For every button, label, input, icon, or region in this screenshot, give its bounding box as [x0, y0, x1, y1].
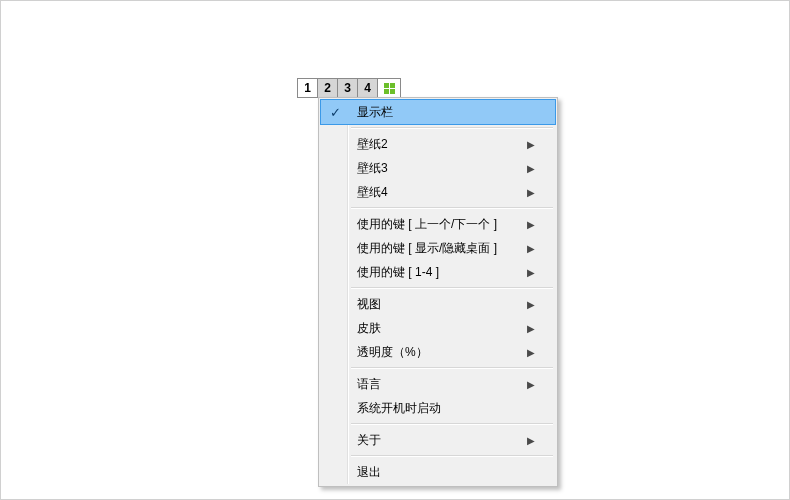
menu-item-label: 使用的键 [ 上一个/下一个 ] — [357, 216, 519, 233]
menu-item-label: 语言 — [357, 376, 519, 393]
menu-item-label: 系统开机时启动 — [357, 400, 535, 417]
menu-item-hotkey-1to4[interactable]: 使用的键 [ 1-4 ] ▶ — [321, 260, 555, 284]
chevron-right-icon: ▶ — [527, 323, 535, 334]
chevron-right-icon: ▶ — [527, 139, 535, 150]
chevron-right-icon: ▶ — [527, 187, 535, 198]
desktop-tab-1[interactable]: 1 — [298, 79, 318, 97]
menu-item-label: 退出 — [357, 464, 535, 481]
grid-icon — [384, 83, 395, 94]
menu-item-startup[interactable]: 系统开机时启动 — [321, 396, 555, 420]
menu-item-language[interactable]: 语言 ▶ — [321, 372, 555, 396]
menu-item-exit[interactable]: 退出 — [321, 460, 555, 484]
menu-item-label: 透明度（%） — [357, 344, 519, 361]
chevron-right-icon: ▶ — [527, 299, 535, 310]
menu-item-label: 视图 — [357, 296, 519, 313]
desktop-tab-4[interactable]: 4 — [358, 79, 378, 97]
menu-item-hotkey-showhide[interactable]: 使用的键 [ 显示/隐藏桌面 ] ▶ — [321, 236, 555, 260]
chevron-right-icon: ▶ — [527, 219, 535, 230]
desktop-tab-2[interactable]: 2 — [318, 79, 338, 97]
menu-item-label: 显示栏 — [357, 104, 535, 121]
desktop-grid-button[interactable] — [378, 79, 400, 97]
menu-separator — [351, 455, 553, 457]
desktop-tab-label: 4 — [364, 81, 371, 95]
menu-item-view[interactable]: 视图 ▶ — [321, 292, 555, 316]
menu-separator — [351, 127, 553, 129]
menu-item-label: 壁纸3 — [357, 160, 519, 177]
desktop-tab-label: 3 — [344, 81, 351, 95]
check-icon: ✓ — [327, 105, 343, 120]
chevron-right-icon: ▶ — [527, 243, 535, 254]
menu-item-show-bar[interactable]: ✓ 显示栏 — [320, 99, 556, 125]
menu-separator — [351, 423, 553, 425]
chevron-right-icon: ▶ — [527, 163, 535, 174]
desktop-tab-label: 2 — [324, 81, 331, 95]
chevron-right-icon: ▶ — [527, 347, 535, 358]
menu-item-hotkey-prevnext[interactable]: 使用的键 [ 上一个/下一个 ] ▶ — [321, 212, 555, 236]
context-menu: ✓ 显示栏 壁纸2 ▶ 壁纸3 ▶ 壁纸4 ▶ 使用的键 [ 上一个/下一个 ]… — [318, 97, 558, 487]
desktop-tab-label: 1 — [304, 81, 311, 95]
menu-item-about[interactable]: 关于 ▶ — [321, 428, 555, 452]
menu-item-label: 壁纸2 — [357, 136, 519, 153]
menu-separator — [351, 287, 553, 289]
menu-item-wallpaper3[interactable]: 壁纸3 ▶ — [321, 156, 555, 180]
desktop-switcher: 1 2 3 4 — [297, 78, 401, 98]
chevron-right-icon: ▶ — [527, 435, 535, 446]
menu-item-opacity[interactable]: 透明度（%） ▶ — [321, 340, 555, 364]
menu-item-wallpaper4[interactable]: 壁纸4 ▶ — [321, 180, 555, 204]
desktop-tab-3[interactable]: 3 — [338, 79, 358, 97]
menu-item-label: 使用的键 [ 显示/隐藏桌面 ] — [357, 240, 519, 257]
menu-item-skin[interactable]: 皮肤 ▶ — [321, 316, 555, 340]
menu-item-label: 壁纸4 — [357, 184, 519, 201]
menu-item-wallpaper2[interactable]: 壁纸2 ▶ — [321, 132, 555, 156]
menu-item-label: 皮肤 — [357, 320, 519, 337]
menu-item-label: 使用的键 [ 1-4 ] — [357, 264, 519, 281]
chevron-right-icon: ▶ — [527, 267, 535, 278]
menu-item-label: 关于 — [357, 432, 519, 449]
menu-separator — [351, 207, 553, 209]
menu-separator — [351, 367, 553, 369]
chevron-right-icon: ▶ — [527, 379, 535, 390]
